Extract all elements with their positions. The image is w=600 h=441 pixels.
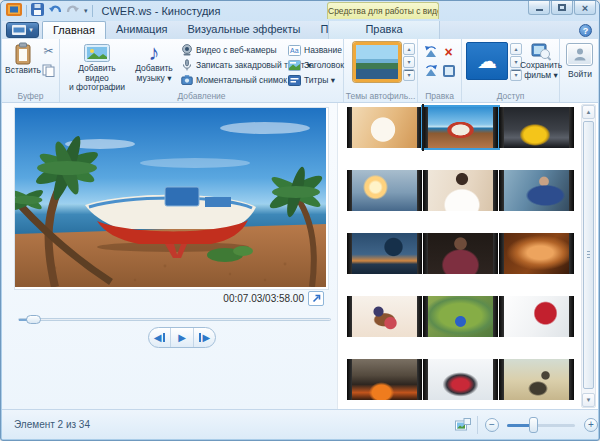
cut-button[interactable]: ✂ xyxy=(42,45,55,57)
filmstrip-icon xyxy=(12,25,26,35)
previous-frame-button[interactable]: ◀ xyxy=(149,328,171,347)
storyboard-clip[interactable] xyxy=(499,296,574,337)
storyboard-clip[interactable] xyxy=(499,359,574,400)
play-button[interactable]: ▶ xyxy=(171,328,193,347)
storyboard-scrollbar[interactable]: ▲ ▼ xyxy=(581,104,596,408)
redo-icon[interactable] xyxy=(66,2,80,20)
ribbon: Вставить ✂ Буфер Добавить видео и фотогр… xyxy=(2,39,598,103)
storyboard-clip[interactable] xyxy=(347,233,422,274)
caption-label: Заголовок xyxy=(304,60,344,70)
rotate-left-icon xyxy=(424,45,437,59)
select-all-button[interactable] xyxy=(442,65,455,77)
tab-home[interactable]: Главная xyxy=(42,21,106,39)
paste-button[interactable]: Вставить xyxy=(5,42,41,76)
playhead-cursor[interactable] xyxy=(422,104,424,151)
scroll-down-button[interactable]: ▼ xyxy=(582,393,595,407)
scroll-up-button[interactable]: ▲ xyxy=(582,105,595,119)
webcam-video-button[interactable]: Видео с веб-камеры xyxy=(180,44,277,56)
group-label-share: Доступ xyxy=(462,91,559,101)
scroll-up-icon: ▲ xyxy=(586,109,592,115)
save-icon[interactable] xyxy=(31,2,44,20)
fullscreen-button[interactable] xyxy=(308,291,324,306)
storyboard-clip[interactable] xyxy=(347,170,422,211)
minimize-button[interactable] xyxy=(528,1,550,15)
microphone-icon xyxy=(180,59,193,71)
app-icon xyxy=(6,2,22,20)
theme-gallery-scroll: ▴ ▾ ▾ xyxy=(403,43,415,81)
minimize-icon xyxy=(536,9,543,11)
caption-button[interactable]: Заголовок xyxy=(288,59,344,71)
tab-animations[interactable]: Анимация xyxy=(106,21,178,39)
tab-edit-contextual[interactable]: Правка xyxy=(328,21,440,39)
qat-dropdown-icon[interactable]: ▾ xyxy=(84,7,88,15)
group-add: Добавить видео и фотографии ♪ Добавить м… xyxy=(60,39,344,102)
file-menu-button[interactable]: ▾ xyxy=(6,22,39,38)
storyboard-row xyxy=(347,233,574,274)
help-icon[interactable]: ? xyxy=(579,24,592,37)
thumbnail-view-icon[interactable] xyxy=(455,418,471,434)
webcam-icon xyxy=(180,44,193,56)
storyboard-clip[interactable] xyxy=(499,233,574,274)
gallery-down-icon[interactable]: ▾ xyxy=(403,56,415,68)
storyboard-clip[interactable] xyxy=(423,359,498,400)
storyboard-clip[interactable] xyxy=(499,107,574,148)
rotate-right-button[interactable] xyxy=(424,65,437,77)
title-button[interactable]: Aa Название xyxy=(288,44,342,56)
credits-button[interactable]: Титры ▾ xyxy=(288,74,335,86)
share-more-icon[interactable]: ▾ xyxy=(510,69,522,81)
snapshot-button[interactable]: Моментальный снимок xyxy=(180,74,287,86)
automovie-theme-thumbnail[interactable] xyxy=(353,42,401,82)
window-title: CWER.ws - Киностудия xyxy=(102,5,221,17)
storyboard-row xyxy=(347,170,574,211)
storyboard-clip[interactable] xyxy=(347,107,422,148)
contextual-tab-header: Средства для работы с видео xyxy=(327,2,439,19)
seek-thumb[interactable] xyxy=(26,315,41,324)
rotate-left-button[interactable] xyxy=(424,46,437,58)
clipboard-icon xyxy=(13,42,33,66)
undo-icon[interactable] xyxy=(48,2,62,20)
gallery-up-icon[interactable]: ▴ xyxy=(403,43,415,55)
camera-icon xyxy=(180,74,193,86)
copy-button[interactable] xyxy=(42,64,55,76)
storyboard-panel: ▲ ▼ xyxy=(337,103,598,409)
add-music-button[interactable]: ♪ Добавить музыку ▾ xyxy=(132,42,176,83)
storyboard-clip[interactable] xyxy=(347,296,422,337)
remove-button[interactable]: × xyxy=(442,46,455,58)
next-frame-button[interactable]: ▶ xyxy=(194,328,215,347)
sign-in-button[interactable] xyxy=(566,43,593,66)
add-videos-photos-button[interactable]: Добавить видео и фотографии xyxy=(66,42,128,93)
save-movie-button[interactable]: Сохранить фильм ▾ xyxy=(522,41,560,80)
storyboard-clip[interactable] xyxy=(423,170,498,211)
storyboard-clip[interactable] xyxy=(499,170,574,211)
person-icon xyxy=(572,47,588,62)
seek-slider[interactable] xyxy=(18,314,331,325)
sign-in-label: Войти xyxy=(560,69,600,79)
window-controls: × xyxy=(527,1,596,15)
scrollbar-thumb[interactable] xyxy=(583,121,594,389)
zoom-out-button[interactable]: − xyxy=(485,418,499,432)
maximize-button[interactable] xyxy=(551,1,573,15)
share-up-icon[interactable]: ▴ xyxy=(510,43,522,55)
tab-visual-effects[interactable]: Визуальные эффекты xyxy=(178,21,311,39)
storyboard-clip[interactable] xyxy=(423,233,498,274)
zoom-in-button[interactable]: + xyxy=(584,418,598,432)
onedrive-share-tile[interactable]: ☁ xyxy=(466,42,508,80)
zoom-slider-thumb[interactable] xyxy=(529,417,538,433)
storyboard-row xyxy=(347,359,574,400)
storyboard-clip-selected[interactable] xyxy=(423,107,498,148)
close-button[interactable]: × xyxy=(574,1,596,15)
credits-label: Титры ▾ xyxy=(304,75,335,85)
gallery-more-icon[interactable]: ▾ xyxy=(403,69,415,81)
storyboard-clip[interactable] xyxy=(423,296,498,337)
seek-track[interactable] xyxy=(18,318,331,321)
group-label-edit: Правка xyxy=(418,91,461,101)
previous-frame-icon: ◀ xyxy=(154,333,162,343)
cloud-icon: ☁ xyxy=(477,49,497,73)
delete-x-icon: × xyxy=(444,46,452,59)
divider xyxy=(92,5,93,17)
previous-frame-bar xyxy=(163,333,165,342)
group-clipboard: Вставить ✂ Буфер xyxy=(2,39,60,102)
titlebar[interactable]: ▾ CWER.ws - Киностудия Средства для рабо… xyxy=(1,1,599,21)
storyboard-clip[interactable] xyxy=(347,359,422,400)
preview-video-frame[interactable] xyxy=(15,108,328,289)
